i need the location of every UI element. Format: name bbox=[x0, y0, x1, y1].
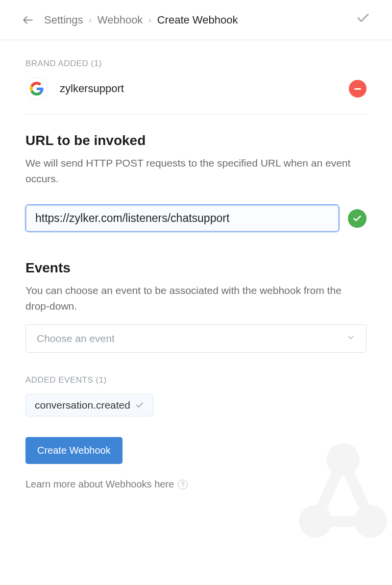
breadcrumb-settings[interactable]: Settings bbox=[44, 14, 83, 26]
breadcrumb-webhook[interactable]: Webhook bbox=[98, 14, 143, 26]
chevron-down-icon bbox=[346, 333, 355, 344]
svg-point-2 bbox=[354, 505, 387, 537]
minus-icon bbox=[354, 88, 361, 90]
added-events-label: ADDED EVENTS (1) bbox=[25, 375, 367, 385]
webhook-url-input[interactable] bbox=[25, 205, 339, 232]
remove-brand-button[interactable] bbox=[349, 80, 367, 98]
url-section-title: URL to be invoked bbox=[25, 133, 367, 148]
brand-avatar-icon bbox=[25, 77, 48, 100]
confirm-check-icon[interactable] bbox=[356, 11, 370, 29]
breadcrumb: Settings › Webhook › Create Webhook bbox=[44, 14, 356, 26]
url-valid-icon bbox=[348, 209, 367, 228]
chevron-right-icon: › bbox=[148, 16, 151, 24]
events-section-desc: You can choose an event to be associated… bbox=[25, 283, 367, 314]
chevron-right-icon: › bbox=[89, 16, 92, 24]
help-icon: ? bbox=[178, 480, 188, 489]
brand-added-label: BRAND ADDED (1) bbox=[25, 59, 367, 69]
learn-more-link[interactable]: Learn more about Webhooks here ? bbox=[25, 479, 367, 490]
brand-row: zylkersupport bbox=[25, 77, 367, 114]
added-event-chip[interactable]: conversation.created bbox=[25, 394, 153, 416]
back-button[interactable] bbox=[22, 14, 34, 26]
breadcrumb-current: Create Webhook bbox=[157, 14, 238, 26]
svg-point-1 bbox=[299, 505, 332, 537]
create-webhook-button[interactable]: Create Webhook bbox=[25, 437, 122, 464]
brand-name: zylkersupport bbox=[60, 82, 349, 95]
event-select-placeholder: Choose an event bbox=[37, 333, 115, 344]
check-icon bbox=[135, 401, 144, 410]
url-section-desc: We will send HTTP POST requests to the s… bbox=[25, 155, 367, 186]
event-select[interactable]: Choose an event bbox=[25, 324, 367, 353]
added-event-name: conversation.created bbox=[35, 399, 130, 411]
events-section-title: Events bbox=[25, 260, 367, 276]
